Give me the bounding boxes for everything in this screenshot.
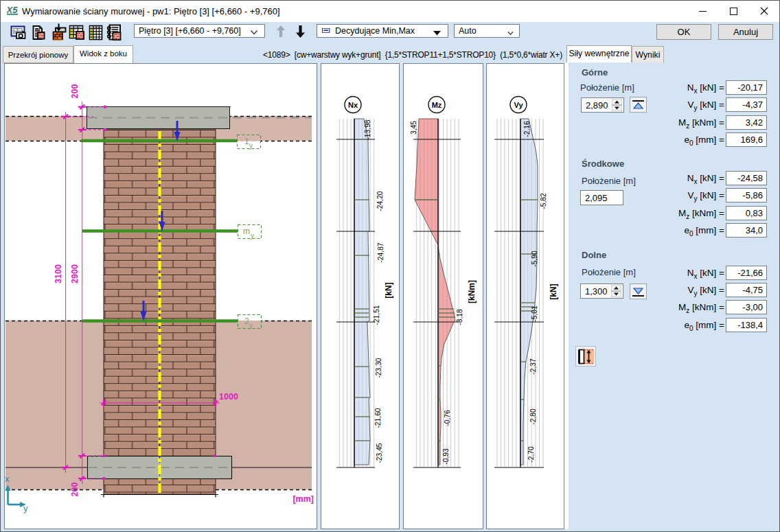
svg-text:[kN]: [kN] xyxy=(549,284,558,299)
svg-text:x: x xyxy=(5,474,10,484)
svg-text:Nx: Nx xyxy=(348,101,358,109)
svg-text:X5: X5 xyxy=(7,5,18,15)
svg-text:-2,16: -2,16 xyxy=(523,121,531,137)
svg-text:-24,87: -24,87 xyxy=(377,242,385,262)
svg-text:[kNm]: [kNm] xyxy=(467,280,477,303)
svg-text:y: y xyxy=(251,232,254,240)
svg-text:-2,80: -2,80 xyxy=(529,408,537,425)
svg-text:y: y xyxy=(249,142,253,150)
svg-text:-0,76: -0,76 xyxy=(444,410,451,426)
svg-text:3100: 3100 xyxy=(54,264,63,284)
svg-text:y: y xyxy=(23,503,28,513)
svg-text:[kN]: [kN] xyxy=(384,282,393,298)
svg-text:1000: 1000 xyxy=(219,392,238,402)
svg-text:-3,18: -3,18 xyxy=(456,309,463,325)
svg-text:-24,20: -24,20 xyxy=(376,191,384,211)
svg-text:-0,93: -0,93 xyxy=(442,448,450,465)
svg-text:200: 200 xyxy=(70,483,80,497)
svg-text:-23,45: -23,45 xyxy=(376,443,383,463)
svg-text:y: y xyxy=(249,322,253,329)
svg-text:-2,70: -2,70 xyxy=(527,446,535,463)
svg-text:-23,30: -23,30 xyxy=(375,358,382,378)
svg-text:200: 200 xyxy=(70,84,80,99)
svg-text:-5,82: -5,82 xyxy=(540,193,547,209)
svg-text:3,45: 3,45 xyxy=(410,121,417,135)
svg-text:1: 1 xyxy=(244,137,249,146)
svg-text:[mm]: [mm] xyxy=(292,494,314,504)
svg-text:2: 2 xyxy=(244,316,249,326)
svg-text:m: m xyxy=(243,227,250,236)
svg-text:Mz: Mz xyxy=(432,101,442,109)
svg-text:Vy: Vy xyxy=(514,101,523,109)
svg-text:2900: 2900 xyxy=(70,264,80,284)
svg-text:-21,51: -21,51 xyxy=(373,305,380,325)
svg-text:-5,90: -5,90 xyxy=(531,251,538,267)
svg-text:-5,01: -5,01 xyxy=(531,305,538,322)
svg-text:-21,60: -21,60 xyxy=(374,408,382,428)
svg-text:-13,98: -13,98 xyxy=(364,119,371,139)
svg-text:-2,37: -2,37 xyxy=(529,358,537,375)
